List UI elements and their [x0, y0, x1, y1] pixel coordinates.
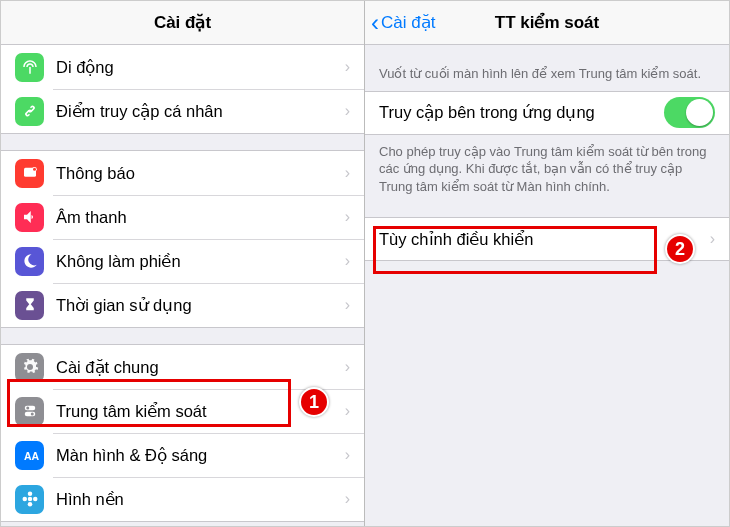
row-dnd[interactable]: Không làm phiền › — [1, 239, 364, 283]
row-label: Màn hình & Độ sáng — [56, 446, 345, 465]
section-note-top: Vuốt từ cuối màn hình lên để xem Trung t… — [365, 45, 729, 91]
row-label: Thời gian sử dụng — [56, 296, 345, 315]
row-label: Cài đặt chung — [56, 358, 345, 377]
annotation-badge-1: 1 — [299, 387, 329, 417]
settings-group-network: Di động › Điểm truy cập cá nhân › — [1, 45, 364, 134]
chevron-right-icon: › — [345, 446, 350, 464]
row-wallpaper[interactable]: Hình nền › — [1, 477, 364, 521]
chevron-left-icon: ‹ — [371, 11, 379, 35]
settings-group-general: Cài đặt chung › Trung tâm kiểm soát › AA… — [1, 344, 364, 522]
annotation-badge-2: 2 — [665, 234, 695, 264]
link-icon — [15, 97, 44, 126]
chevron-right-icon: › — [345, 402, 350, 420]
row-display[interactable]: AA Màn hình & Độ sáng › — [1, 433, 364, 477]
antenna-icon — [15, 53, 44, 82]
svg-point-9 — [27, 492, 32, 497]
svg-point-6 — [30, 413, 33, 416]
row-label: Không làm phiền — [56, 252, 345, 271]
control-center-panel: ‹ Cài đặt TT kiểm soát Vuốt từ cuối màn … — [365, 1, 729, 526]
svg-point-11 — [22, 497, 27, 502]
gear-icon — [15, 353, 44, 382]
svg-point-8 — [27, 497, 32, 502]
nav-header: ‹ Cài đặt TT kiểm soát — [365, 1, 729, 45]
chevron-right-icon: › — [345, 490, 350, 508]
row-label: Âm thanh — [56, 208, 345, 227]
chevron-right-icon: › — [345, 252, 350, 270]
chevron-right-icon: › — [345, 296, 350, 314]
settings-panel: Cài đặt Di động › Điểm truy cập cá nhân … — [1, 1, 365, 526]
text-icon: AA — [15, 441, 44, 470]
row-label: Hình nền — [56, 490, 345, 509]
row-label: Điểm truy cập cá nhân — [56, 102, 345, 121]
svg-point-2 — [33, 168, 36, 171]
row-general[interactable]: Cài đặt chung › — [1, 345, 364, 389]
back-label: Cài đặt — [381, 12, 435, 33]
chevron-right-icon: › — [345, 164, 350, 182]
row-cellular[interactable]: Di động › — [1, 45, 364, 89]
control-icon — [15, 397, 44, 426]
row-label: Tùy chỉnh điều khiển — [379, 230, 710, 249]
settings-group-alerts: Thông báo › Âm thanh › Không làm phiền ›… — [1, 150, 364, 328]
page-title: TT kiểm soát — [495, 12, 599, 33]
row-label: Di động — [56, 58, 345, 77]
row-screentime[interactable]: Thời gian sử dụng › — [1, 283, 364, 327]
row-hotspot[interactable]: Điểm truy cập cá nhân › — [1, 89, 364, 133]
svg-point-12 — [33, 497, 38, 502]
toggle-switch[interactable] — [664, 97, 715, 128]
chevron-right-icon: › — [345, 358, 350, 376]
chevron-right-icon: › — [345, 102, 350, 120]
notify-icon — [15, 159, 44, 188]
page-title: Cài đặt — [154, 12, 211, 33]
row-label: Thông báo — [56, 164, 345, 183]
row-sounds[interactable]: Âm thanh › — [1, 195, 364, 239]
chevron-right-icon: › — [710, 230, 715, 248]
hourglass-icon — [15, 291, 44, 320]
row-notifications[interactable]: Thông báo › — [1, 151, 364, 195]
chevron-right-icon: › — [345, 208, 350, 226]
chevron-right-icon: › — [345, 58, 350, 76]
svg-point-5 — [26, 407, 29, 410]
flower-icon — [15, 485, 44, 514]
svg-point-10 — [27, 502, 32, 507]
moon-icon — [15, 247, 44, 276]
sound-icon — [15, 203, 44, 232]
section-note-toggle: Cho phép truy cập vào Trung tâm kiểm soá… — [365, 135, 729, 204]
svg-text:AA: AA — [24, 450, 39, 462]
row-access-in-apps[interactable]: Truy cập bên trong ứng dụng — [365, 91, 729, 135]
nav-header: Cài đặt — [1, 1, 364, 45]
back-button[interactable]: ‹ Cài đặt — [371, 11, 435, 35]
row-label: Truy cập bên trong ứng dụng — [379, 103, 664, 122]
